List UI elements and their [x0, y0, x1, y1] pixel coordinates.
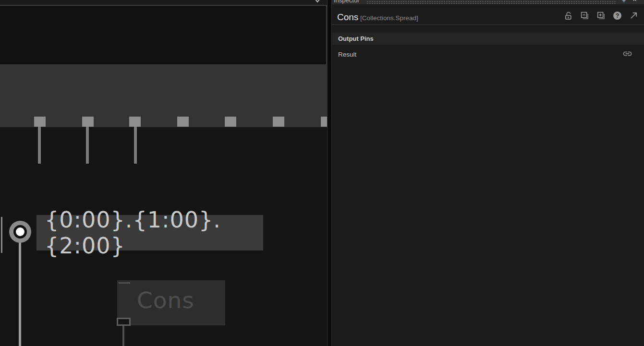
node-pin[interactable] — [177, 117, 189, 127]
link-icon[interactable] — [622, 49, 633, 58]
section-title: Output Pins — [338, 35, 374, 42]
node-pin[interactable] — [321, 117, 327, 127]
region-frame — [0, 5, 327, 65]
link-wire[interactable] — [38, 127, 41, 164]
expand-all-icon[interactable] — [596, 11, 606, 20]
cons-node-label: Cons — [137, 287, 194, 313]
pin-row-result[interactable]: Result — [332, 48, 644, 60]
node-pin[interactable] — [129, 117, 141, 127]
inspector-panel: Inspector + ✕ Cons [Collections.Spread] — [332, 0, 644, 346]
output-pins-section-header: Output Pins — [332, 33, 644, 45]
inspector-toolbar: ? — [564, 11, 638, 20]
node-pin[interactable] — [273, 117, 284, 127]
collapse-all-icon[interactable] — [580, 11, 589, 20]
iobox-node[interactable] — [9, 221, 31, 243]
pin-label: Result — [338, 51, 356, 58]
node-pin[interactable] — [82, 117, 94, 127]
patch-canvas[interactable]: {0:00}.{1:00}.{2:00} Cons — [0, 0, 327, 346]
chevron-down-icon[interactable] — [315, 0, 320, 3]
help-icon[interactable]: ? — [613, 11, 622, 20]
inspector-window-titlebar[interactable]: Inspector + ✕ — [332, 0, 644, 4]
value-tooltip: {0:00}.{1:00}.{2:00} — [36, 215, 263, 251]
app-window: {0:00}.{1:00}.{2:00} Cons Inspector + ✕ … — [0, 0, 644, 346]
lock-open-icon[interactable] — [564, 11, 573, 20]
svg-text:?: ? — [616, 12, 620, 19]
inspected-node-name: Cons — [337, 12, 358, 23]
cons-node[interactable]: Cons — [117, 280, 225, 325]
link-wire[interactable] — [1, 217, 2, 253]
node-output-pin[interactable] — [117, 318, 131, 326]
titlebar-drag-texture[interactable] — [366, 0, 616, 4]
value-tooltip-text: {0:00}.{1:00}.{2:00} — [45, 207, 263, 259]
node-pin[interactable] — [225, 117, 236, 127]
inspected-node-category: [Collections.Spread] — [360, 14, 418, 22]
inspector-window-title: Inspector — [334, 0, 359, 4]
patch-header-strip — [0, 0, 327, 5]
panel-splitter[interactable] — [327, 0, 332, 346]
close-pane-button[interactable]: ✕ — [632, 0, 637, 3]
node-pin[interactable] — [34, 117, 46, 127]
node-input-pin[interactable] — [119, 282, 130, 284]
link-wire[interactable] — [19, 241, 21, 346]
link-wire[interactable] — [122, 326, 124, 346]
link-wire[interactable] — [86, 127, 89, 164]
open-external-icon[interactable] — [629, 11, 638, 20]
inspector-title-row: Cons [Collections.Spread] — [332, 4, 644, 25]
link-wire[interactable] — [134, 127, 137, 164]
add-pane-button[interactable]: + — [622, 0, 626, 4]
iobox-node-center — [13, 225, 27, 239]
